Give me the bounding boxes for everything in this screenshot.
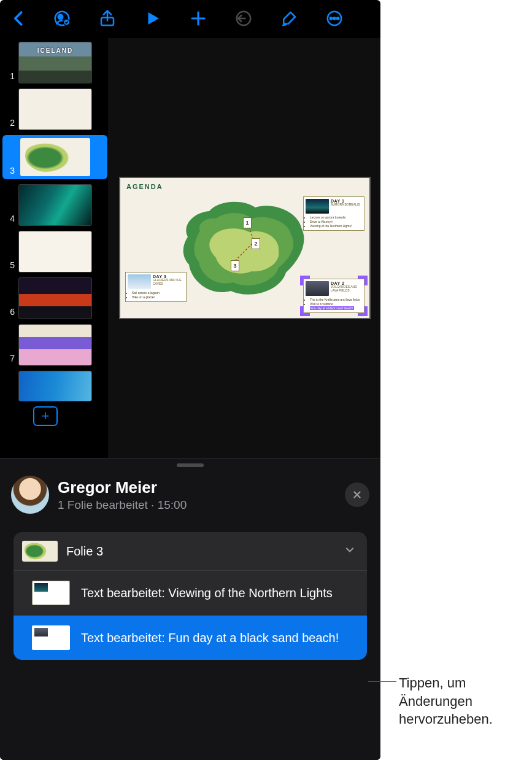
activity-summary: 1 Folie bearbeitet · 15:00: [58, 498, 336, 512]
slide-thumbnail[interactable]: [18, 277, 92, 319]
play-button[interactable]: [142, 8, 163, 29]
activity-panel: Gregor Meier 1 Folie bearbeitet · 15:00 …: [0, 458, 380, 760]
changed-slide-row[interactable]: Folie 3: [13, 532, 367, 571]
slide-thumb-4[interactable]: 4: [4, 184, 106, 226]
format-button[interactable]: [279, 8, 299, 29]
toolbar: [0, 0, 380, 38]
day2-bullet: Trip to the Krafla area and lava fields: [310, 298, 362, 302]
day2-card[interactable]: DAY 2 VOLCANOES AND LAVA FIELDS Trip to …: [303, 279, 364, 313]
day3-bullet: Sail across a lagoon: [132, 291, 184, 295]
svg-point-9: [330, 17, 332, 19]
separator: ·: [148, 498, 158, 511]
slide-thumbnail[interactable]: [18, 88, 92, 130]
selection-handle[interactable]: [358, 306, 368, 316]
slide-thumbnail[interactable]: [18, 136, 92, 178]
day1-image: [306, 199, 329, 214]
day1-card[interactable]: DAY 1 AURORA BOREALIS Lecture on aurora …: [303, 196, 364, 231]
route-marker: 2: [252, 238, 260, 249]
changes-card: Folie 3 Text bearbeitet: Viewing of the …: [13, 532, 367, 660]
route-marker: 3: [231, 260, 239, 271]
more-button[interactable]: [324, 8, 345, 29]
change-thumb: [32, 625, 70, 650]
day3-sub: GLACIERS AND ICE CAVES: [153, 279, 184, 285]
day3-card[interactable]: DAY 3 GLACIERS AND ICE CAVES Sail across…: [125, 272, 187, 302]
selection-handle[interactable]: [300, 306, 310, 316]
activity-time: 15:00: [158, 498, 187, 511]
callout-text: Tippen, um Änderungen hervorzuheben.: [399, 674, 528, 729]
undo-button[interactable]: [233, 8, 254, 29]
slide-number: 5: [4, 260, 15, 273]
toolbar-center-group: [52, 8, 345, 29]
day1-sub: AURORA BOREALIS: [331, 203, 360, 207]
user-avatar: [11, 476, 49, 514]
slide-title: AGENDA: [126, 183, 163, 190]
slide-thumb-6[interactable]: 6: [4, 277, 106, 319]
change-text: Text bearbeitet: Viewing of the Northern…: [81, 585, 333, 602]
day3-image: [128, 274, 151, 289]
summary-text: 1 Folie bearbeitet: [58, 498, 148, 511]
slide-thumbnail[interactable]: [18, 184, 92, 226]
selection-handle[interactable]: [300, 276, 310, 285]
change-item[interactable]: Text bearbeitet: Fun day at a black sand…: [13, 615, 367, 660]
svg-marker-4: [148, 12, 160, 25]
slide-thumb-3[interactable]: 3: [2, 135, 107, 179]
slide-thumbnail[interactable]: [18, 42, 92, 83]
changed-slide-label: Folie 3: [66, 544, 344, 559]
change-item[interactable]: Text bearbeitet: Viewing of the Northern…: [13, 571, 367, 615]
change-thumb: [32, 581, 70, 605]
slide-thumbnail[interactable]: [18, 231, 92, 273]
back-button[interactable]: [9, 8, 29, 29]
slide-mini-thumb: [22, 541, 58, 562]
slide-navigator[interactable]: 1 2 3 4 5 6 7: [0, 38, 109, 458]
slide-number: 3: [4, 166, 15, 178]
slide-thumbnail[interactable]: [18, 371, 92, 401]
slide-thumb-2[interactable]: 2: [4, 88, 106, 130]
route-marker: 1: [243, 217, 252, 228]
slide-thumb-7[interactable]: 7: [4, 324, 106, 366]
day2-bullet: Fun day at a black sand beach!: [310, 306, 354, 310]
iceland-map: [175, 194, 310, 303]
slide-thumb-8-partial[interactable]: [18, 371, 106, 401]
close-button[interactable]: [345, 482, 369, 507]
change-text: Text bearbeitet: Fun day at a black sand…: [81, 630, 339, 646]
slide-number: 4: [4, 214, 15, 226]
close-icon: [352, 489, 363, 500]
svg-point-10: [333, 17, 335, 19]
day1-bullet: Lecture on aurora borealis: [310, 215, 362, 220]
chevron-down-icon: [344, 544, 356, 559]
svg-point-1: [58, 15, 63, 20]
slide-thumb-1[interactable]: 1: [4, 42, 106, 83]
editor-area: 1 2 3 4 5 6 7: [0, 38, 380, 458]
canvas-area[interactable]: AGENDA 1 2 3 DAY 1 AURORA BOR: [109, 38, 380, 458]
slide-number: 7: [4, 354, 15, 366]
slide-number: 2: [4, 118, 15, 130]
svg-point-11: [337, 17, 339, 19]
day1-bullet: Viewing of the Northern Lights!: [310, 224, 362, 228]
day2-bullet: Visit to a volcano: [310, 302, 362, 306]
keynote-app-window: 1 2 3 4 5 6 7: [0, 0, 380, 760]
slide-thumb-5[interactable]: 5: [4, 231, 106, 273]
collaborate-button[interactable]: [52, 8, 72, 29]
callout-leader-line: [368, 681, 396, 682]
slide-thumbnail[interactable]: [18, 324, 92, 366]
day1-bullet: Drive to Akureyri: [310, 220, 362, 224]
selection-handle[interactable]: [358, 276, 368, 285]
plus-icon: +: [42, 408, 50, 424]
day2-sub: VOLCANOES AND LAVA FIELDS: [331, 285, 362, 292]
slide-canvas[interactable]: AGENDA 1 2 3 DAY 1 AURORA BOR: [119, 177, 371, 319]
slide-number: 6: [4, 307, 15, 319]
panel-header: Gregor Meier 1 Folie bearbeitet · 15:00: [0, 467, 380, 525]
add-slide-button[interactable]: +: [33, 406, 58, 426]
day3-bullet: Hike on a glacier: [132, 295, 184, 300]
slide-number: 1: [4, 71, 15, 83]
add-button[interactable]: [188, 8, 209, 29]
user-name: Gregor Meier: [58, 478, 336, 497]
share-button[interactable]: [97, 8, 118, 29]
